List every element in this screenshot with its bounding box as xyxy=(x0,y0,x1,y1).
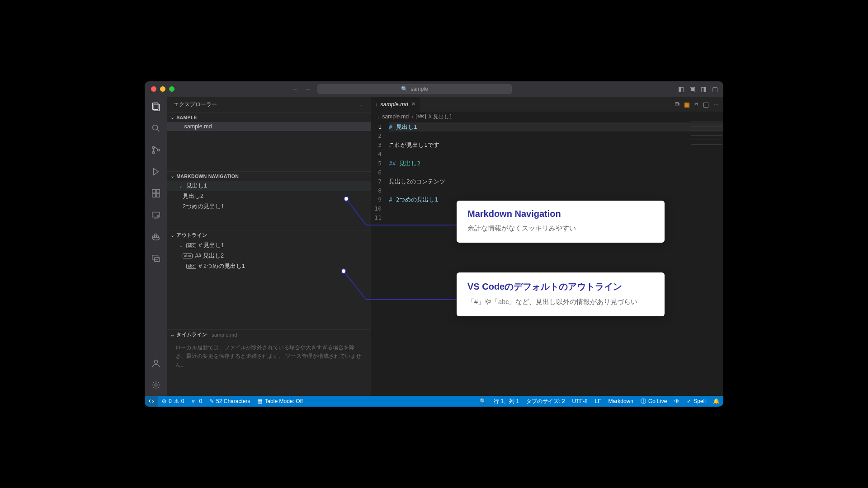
section-mdnav-header[interactable]: ⌄MARKDOWN NAVIGATION xyxy=(167,172,371,181)
run-debug-icon[interactable] xyxy=(150,165,162,178)
account-icon[interactable] xyxy=(150,357,162,370)
chat-icon[interactable] xyxy=(150,252,162,265)
tab-label: sample.md xyxy=(381,101,408,108)
open-changes-icon[interactable]: ⧈ xyxy=(694,100,698,108)
section-sample: ⌄SAMPLE ↓ sample.md xyxy=(167,113,371,171)
remote-explorer-icon[interactable] xyxy=(150,209,162,221)
file-name: sample.md xyxy=(184,123,212,130)
chevron-down-icon: ⌄ xyxy=(170,333,175,337)
outline-item[interactable]: abc# 2つめの見出し1 xyxy=(167,261,371,272)
outline-item[interactable]: abc## 見出し2 xyxy=(167,251,371,261)
mdnav-item[interactable]: 見出し2 xyxy=(167,191,371,202)
error-icon: ⊘ xyxy=(162,398,166,404)
tab-bar: ↓ sample.md ✕ ⧉ ▦ ⧈ ◫ ··· xyxy=(371,97,723,112)
explorer-icon[interactable] xyxy=(150,100,162,113)
activity-bar xyxy=(145,97,167,396)
chevron-down-icon: ⌄ xyxy=(170,174,175,178)
open-preview-icon[interactable]: ⧉ xyxy=(675,100,679,108)
svg-line-3 xyxy=(157,130,160,132)
notifications-icon[interactable]: 🔔 xyxy=(709,396,723,407)
string-symbol-icon: abc xyxy=(183,253,193,259)
section-outline: ⌄アウトライン ⌄abc# 見出し1 abc## 見出し2 abc# 2つめの見… xyxy=(167,230,371,329)
split-editor-icon[interactable]: ◫ xyxy=(703,101,709,108)
table-mode-button[interactable]: ▦Table Mode: Off xyxy=(254,396,307,407)
markdown-file-icon: ↓ xyxy=(377,114,380,119)
more-editor-actions-icon[interactable]: ··· xyxy=(713,101,719,108)
feedback-icon[interactable]: 🔍 xyxy=(476,396,490,407)
cursor-position[interactable]: 行 1、列 1 xyxy=(490,396,523,407)
encoding-button[interactable]: UTF-8 xyxy=(569,396,591,407)
timeline-subtitle: sample.md xyxy=(212,332,237,338)
search-text: sample xyxy=(410,86,428,92)
breadcrumb-file: sample.md xyxy=(382,113,409,120)
code-editor[interactable]: 1 2 3 4 5 6 7 8 9 10 11 # 見出し1 xyxy=(371,122,723,396)
chevron-down-icon: ⌄ xyxy=(179,184,184,188)
docker-icon[interactable] xyxy=(150,230,162,243)
minimap[interactable] xyxy=(691,122,722,149)
more-actions-icon[interactable]: ··· xyxy=(357,102,364,108)
run-icon[interactable]: ▦ xyxy=(684,101,690,108)
search-panel-icon[interactable] xyxy=(150,122,162,135)
svg-rect-19 xyxy=(152,255,158,259)
svg-rect-18 xyxy=(155,234,156,236)
sidebar: エクスプローラー ··· ⌄SAMPLE ↓ sample.md ⌄MARKDO… xyxy=(167,97,371,396)
command-center[interactable]: 🔍 sample xyxy=(317,84,512,94)
eol-button[interactable]: LF xyxy=(591,396,605,407)
ports-button[interactable]: ᯤ0 xyxy=(188,396,206,407)
editor-area: ↓ sample.md ✕ ⧉ ▦ ⧈ ◫ ··· ↓ sample.md xyxy=(371,97,723,396)
callout-markdown-navigation: Markdown Navigation 余計な情報がなくスッキリみやすい xyxy=(457,201,665,243)
char-count[interactable]: ✎52 Characters xyxy=(206,396,254,407)
layout-secondary-icon[interactable]: ◨ xyxy=(701,85,707,93)
string-symbol-icon: abc xyxy=(186,243,196,249)
minimize-icon[interactable] xyxy=(160,86,165,92)
spell-check-button[interactable]: ✓Spell xyxy=(683,396,709,407)
eye-icon[interactable]: 👁 xyxy=(670,396,683,407)
breadcrumb[interactable]: ↓ sample.md › abc # 見出し1 xyxy=(371,112,723,122)
nav-forward-icon[interactable]: → xyxy=(305,85,311,93)
mdnav-item[interactable]: ⌄見出し1 xyxy=(167,181,371,191)
mdnav-item[interactable]: 2つめの見出し1 xyxy=(167,202,371,212)
markdown-file-icon: ↓ xyxy=(179,124,182,129)
svg-point-4 xyxy=(152,146,155,149)
maximize-icon[interactable] xyxy=(169,86,175,92)
chevron-down-icon: ⌄ xyxy=(170,233,175,238)
section-timeline-header[interactable]: ⌄ タイムライン sample.md xyxy=(167,330,371,340)
remote-indicator[interactable] xyxy=(145,396,158,407)
section-sample-header[interactable]: ⌄SAMPLE xyxy=(167,113,371,122)
source-control-icon[interactable] xyxy=(150,144,162,156)
warning-icon: ⚠ xyxy=(174,398,179,404)
radio-icon: ᯤ xyxy=(191,398,197,404)
file-item[interactable]: ↓ sample.md xyxy=(167,122,371,131)
nav-back-icon[interactable]: ← xyxy=(292,85,298,93)
problems-button[interactable]: ⊘0⚠0 xyxy=(158,396,188,407)
close-icon[interactable] xyxy=(151,86,156,92)
go-live-button[interactable]: ⓘGo Live xyxy=(637,396,670,407)
markdown-file-icon: ↓ xyxy=(375,102,378,107)
status-bar: ⊘0⚠0 ᯤ0 ✎52 Characters ▦Table Mode: Off … xyxy=(145,396,723,407)
section-markdown-navigation: ⌄MARKDOWN NAVIGATION ⌄見出し1 見出し2 2つめの見出し1 xyxy=(167,171,371,230)
check-icon: ✓ xyxy=(687,398,691,404)
extensions-icon[interactable] xyxy=(150,187,162,200)
broadcast-icon: ⓘ xyxy=(641,398,646,405)
layout-customize-icon[interactable]: ▢ xyxy=(712,85,718,93)
outline-item[interactable]: ⌄abc# 見出し1 xyxy=(167,240,371,251)
svg-rect-17 xyxy=(157,236,159,238)
code-lines: # 見出し1 これが見出し1です ## 見出し2 見出し2のコンテンツ # 2つ… xyxy=(389,122,723,396)
layout-panel-icon[interactable]: ▣ xyxy=(689,85,695,93)
timeline-message: ローカル履歴では、ファイルが除外されている場合や大きすぎる場合を除き、最近の変更… xyxy=(167,340,371,373)
close-tab-icon[interactable]: ✕ xyxy=(411,101,415,107)
svg-rect-15 xyxy=(153,236,155,238)
settings-gear-icon[interactable] xyxy=(150,379,162,391)
chevron-down-icon: ⌄ xyxy=(179,244,184,248)
svg-point-14 xyxy=(157,216,159,217)
editor-tab[interactable]: ↓ sample.md ✕ xyxy=(371,97,420,112)
callout-default-outline: VS Codeのデフォルトのアウトライン 「#」や「abc」など、見出し以外の情… xyxy=(457,272,665,316)
chevron-right-icon: › xyxy=(411,113,413,120)
indent-button[interactable]: タブのサイズ: 2 xyxy=(523,396,568,407)
section-outline-header[interactable]: ⌄アウトライン xyxy=(167,230,371,240)
language-mode-button[interactable]: Markdown xyxy=(605,396,637,407)
string-symbol-icon: abc xyxy=(416,114,426,119)
svg-rect-10 xyxy=(152,194,156,197)
layout-primary-icon[interactable]: ◧ xyxy=(678,85,684,93)
vscode-window: ← → 🔍 sample ◧ ▣ ◨ ▢ xyxy=(145,81,723,407)
